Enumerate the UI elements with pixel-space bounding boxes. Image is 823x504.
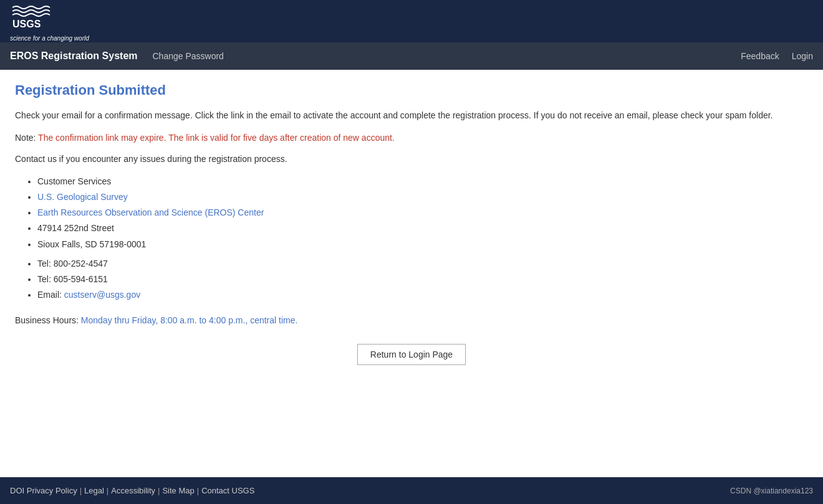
phone-item-0: Tel: 800-252-4547	[37, 256, 808, 272]
list-item: Sioux Falls, SD 57198-0001	[37, 237, 808, 252]
page-heading: Registration Submitted	[15, 82, 808, 98]
footer-sep-1: |	[80, 486, 82, 495]
nav-left: EROS Registration System Change Password	[10, 50, 224, 62]
footer-doi-privacy[interactable]: DOI Privacy Policy	[10, 486, 77, 495]
note-label: Note:	[15, 133, 36, 143]
list-item: 47914 252nd Street	[37, 221, 808, 236]
main-content: Registration Submitted Check your email …	[0, 70, 823, 477]
change-password-link[interactable]: Change Password	[153, 51, 224, 61]
contact-item-2[interactable]: Earth Resources Observation and Science …	[37, 207, 264, 217]
tel-label-1: Tel:	[37, 274, 51, 284]
contact-item-4: Sioux Falls, SD 57198-0001	[37, 239, 146, 249]
phone-item-1: Tel: 605-594-6151	[37, 272, 808, 287]
footer-contact-usgs[interactable]: Contact USGS	[201, 486, 254, 495]
footer-sitemap[interactable]: Site Map	[162, 486, 194, 495]
contact-item-0: Customer Services	[37, 176, 111, 186]
tel-value-1: 605-594-6151	[54, 274, 108, 284]
info-paragraph: Check your email for a confirmation mess…	[15, 108, 808, 122]
login-link[interactable]: Login	[792, 51, 813, 61]
usgs-tagline: science for a changing world	[10, 35, 89, 42]
footer-sep-4: |	[197, 486, 199, 495]
footer-sep-3: |	[158, 486, 160, 495]
email-label: Email:	[37, 290, 62, 300]
return-to-login-button[interactable]: Return to Login Page	[357, 344, 466, 365]
contact-item-3: 47914 252nd Street	[37, 223, 114, 233]
nav-bar: EROS Registration System Change Password…	[0, 42, 823, 70]
tel-label-0: Tel:	[37, 259, 51, 269]
feedback-link[interactable]: Feedback	[741, 51, 779, 61]
business-hours: Business Hours: Monday thru Friday, 8:00…	[15, 315, 808, 325]
contact-list: Customer Services U.S. Geological Survey…	[15, 174, 808, 252]
footer-legal[interactable]: Legal	[84, 486, 104, 495]
footer-accessibility[interactable]: Accessibility	[111, 486, 155, 495]
svg-text:USGS: USGS	[12, 19, 41, 29]
list-item: Customer Services	[37, 174, 808, 189]
phone-email-list: Tel: 800-252-4547 Tel: 605-594-6151 Emai…	[15, 256, 808, 303]
business-hours-label: Business Hours:	[15, 315, 79, 325]
footer: DOI Privacy Policy | Legal | Accessibili…	[0, 477, 823, 504]
app-title: EROS Registration System	[10, 50, 138, 62]
footer-sep-2: |	[107, 486, 108, 495]
usgs-logo-icon: USGS	[10, 1, 52, 34]
business-hours-value: Monday thru Friday, 8:00 a.m. to 4:00 p.…	[81, 315, 298, 325]
button-row: Return to Login Page	[15, 344, 808, 365]
list-item: U.S. Geological Survey	[37, 189, 808, 205]
list-item: Earth Resources Observation and Science …	[37, 205, 808, 221]
contact-intro: Contact us if you encounter any issues d…	[15, 154, 808, 164]
email-link[interactable]: custserv@usgs.gov	[64, 290, 140, 300]
contact-item-1[interactable]: U.S. Geological Survey	[37, 192, 128, 202]
note-content: The confirmation link may expire. The li…	[38, 133, 395, 143]
tel-value-0: 800-252-4547	[54, 259, 108, 269]
footer-credit: CSDN @xiatiandexia123	[730, 487, 813, 495]
email-item: Email: custserv@usgs.gov	[37, 287, 808, 303]
footer-links: DOI Privacy Policy | Legal | Accessibili…	[10, 486, 254, 495]
usgs-logo: USGS science for a changing world	[10, 1, 89, 42]
top-banner: USGS science for a changing world	[0, 0, 823, 42]
note-paragraph: Note: The confirmation link may expire. …	[15, 131, 808, 145]
nav-right: Feedback Login	[741, 51, 813, 61]
